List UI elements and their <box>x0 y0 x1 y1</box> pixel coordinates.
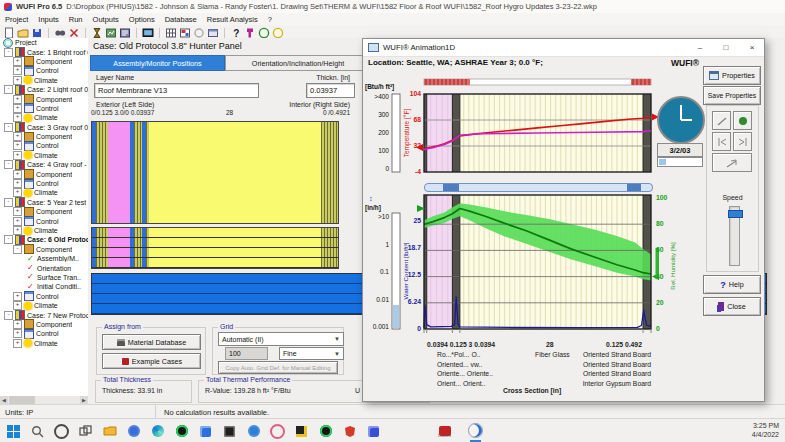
run-calculation-icon[interactable] <box>91 27 103 39</box>
close-button[interactable]: Close <box>703 297 761 316</box>
menu-item-project[interactable]: Project <box>0 15 33 24</box>
expander-icon[interactable]: - <box>4 198 13 207</box>
expander-icon[interactable]: + <box>13 113 22 122</box>
tree-case-6[interactable]: -Case: 6 Old Protoc... <box>0 235 88 244</box>
tree-item-component[interactable]: +Component <box>0 94 88 103</box>
tree-item-climate[interactable]: +Climate <box>0 151 88 160</box>
edge-icon[interactable] <box>150 424 165 439</box>
expander-icon[interactable]: + <box>13 95 22 104</box>
green-app-icon[interactable] <box>318 424 333 439</box>
expander-icon[interactable]: + <box>13 76 22 85</box>
tree-item-component[interactable]: +Component <box>0 169 88 178</box>
tree-item-component[interactable]: +Component <box>0 132 88 141</box>
assembly-cross-section[interactable] <box>91 121 339 224</box>
sketchup-icon[interactable] <box>342 424 357 439</box>
media-app-icon[interactable] <box>126 424 141 439</box>
example-cases-button[interactable]: Example Cases <box>102 353 201 369</box>
help-button[interactable]: ? Help <box>703 275 761 294</box>
tree-case-2[interactable]: -Case: 2 Light roof 0... <box>0 85 88 94</box>
tree-case-7[interactable]: -Case: 7 New Protoc... <box>0 310 88 319</box>
menu-item-outputs[interactable]: Outputs <box>88 15 124 24</box>
help-icon[interactable]: ? <box>230 27 242 39</box>
photos-app-icon[interactable] <box>222 424 237 439</box>
tree-case-4[interactable]: -Case: 4 Gray roof - ... <box>0 160 88 169</box>
play-line-button[interactable] <box>712 111 731 130</box>
layer-name-input[interactable]: Roof Membrane V13 <box>94 83 259 98</box>
expander-icon[interactable]: + <box>13 207 22 216</box>
wufi-logo-icon[interactable] <box>244 27 256 39</box>
expander-icon[interactable]: + <box>13 141 22 150</box>
expander-icon[interactable]: + <box>13 132 22 141</box>
menu-item-database[interactable]: Database <box>160 15 202 24</box>
step-forward-button[interactable] <box>733 132 752 151</box>
tree-item-climate[interactable]: +Climate <box>0 301 88 310</box>
expander-icon[interactable]: - <box>4 123 13 132</box>
health-app-icon[interactable] <box>270 424 285 439</box>
material-database-button[interactable]: Material Database <box>102 334 201 350</box>
tree-scrollbar[interactable]: ◀ ▶ <box>0 396 89 404</box>
speed-slider[interactable] <box>729 206 740 266</box>
expander-icon[interactable]: - <box>4 160 13 169</box>
dev-app-icon[interactable] <box>198 424 213 439</box>
launch-tray-icon[interactable]: Launch <box>437 423 452 438</box>
new-file-icon[interactable] <box>3 27 15 39</box>
menu-item-resultanalysis[interactable]: Result Analysis <box>202 15 263 24</box>
search-icon[interactable] <box>54 27 66 39</box>
tree-item-control[interactable]: +Control <box>0 329 88 338</box>
copy-grid-button[interactable]: Copy Auto. Grid Def. for Manual Editing <box>218 361 338 374</box>
cortana-icon[interactable] <box>54 424 69 439</box>
tree-item-control[interactable]: +Control <box>0 141 88 150</box>
open-project-icon[interactable] <box>17 27 29 39</box>
taskbar-clock[interactable]: 3:25 PM 4/4/2022 <box>752 421 779 439</box>
wufi-taskbar-icon[interactable] <box>468 423 483 438</box>
expander-icon[interactable]: + <box>13 104 22 113</box>
animation-icon[interactable] <box>142 27 154 39</box>
batch-run-icon[interactable] <box>105 27 117 39</box>
tree-item-climate[interactable]: +Climate <box>0 188 88 197</box>
record-button[interactable] <box>733 111 752 130</box>
grid-quality-select[interactable]: Fine▼ <box>279 347 344 360</box>
tree-case-1[interactable]: -Case: 1 Bright roof 0... <box>0 47 88 56</box>
menu-item-options[interactable]: Options <box>124 15 160 24</box>
tab-orientation-inclination-height[interactable]: Orientation/Inclination/Height <box>225 55 371 71</box>
thickness-input[interactable]: 0.03937 <box>306 83 355 98</box>
expander-icon[interactable]: + <box>13 320 22 329</box>
scroll-left-arrow-icon[interactable]: ◀ <box>0 396 8 404</box>
expander-icon[interactable]: + <box>13 301 22 310</box>
expander-icon[interactable]: - <box>13 245 22 254</box>
save-project-icon[interactable] <box>31 27 43 39</box>
grid-mode-select[interactable]: Automatic (II)▼ <box>218 332 344 346</box>
tree-subitem[interactable]: ✓Initial Conditi.. <box>0 282 88 291</box>
scroll-right-arrow-icon[interactable]: ▶ <box>80 396 88 404</box>
tree-item-climate[interactable]: +Climate <box>0 76 88 85</box>
task-view-icon[interactable] <box>78 424 93 439</box>
expander-icon[interactable]: + <box>13 57 22 66</box>
tree-item-component[interactable]: +Component <box>0 207 88 216</box>
speed-slider-handle[interactable] <box>728 210 743 218</box>
save-properties-button[interactable]: Save Properties <box>703 86 761 105</box>
expander-icon[interactable]: + <box>13 329 22 338</box>
maximize-button[interactable]: □ <box>715 40 737 55</box>
tree-root-project[interactable]: Project <box>0 38 88 47</box>
window-icon[interactable] <box>207 27 219 39</box>
expander-icon[interactable]: + <box>13 226 22 235</box>
coin-green-icon[interactable] <box>258 27 270 39</box>
search-icon[interactable] <box>30 424 45 439</box>
expander-icon[interactable]: + <box>13 179 22 188</box>
tree-subitem[interactable]: ✓Orientation <box>0 263 88 272</box>
tree-item-control[interactable]: +Control <box>0 292 88 301</box>
expander-icon[interactable]: - <box>4 235 13 244</box>
tree-item-component[interactable]: +Component <box>0 320 88 329</box>
expander-icon[interactable]: + <box>13 170 22 179</box>
file-explorer-icon[interactable] <box>102 424 117 439</box>
tree-case-3[interactable]: -Case: 3 Gray roof 0... <box>0 123 88 132</box>
tree-item-control[interactable]: +Control <box>0 216 88 225</box>
spotify-icon[interactable] <box>174 424 189 439</box>
tree-item-component[interactable]: +Component <box>0 57 88 66</box>
tree-item-control[interactable]: +Control <box>0 66 88 75</box>
tree-item-climate[interactable]: +Climate <box>0 113 88 122</box>
tree-case-5[interactable]: -Case: 5 Year 2 test <box>0 198 88 207</box>
expander-icon[interactable]: + <box>13 66 22 75</box>
notes-app-icon[interactable] <box>294 424 309 439</box>
tree-item-control[interactable]: +Control <box>0 104 88 113</box>
